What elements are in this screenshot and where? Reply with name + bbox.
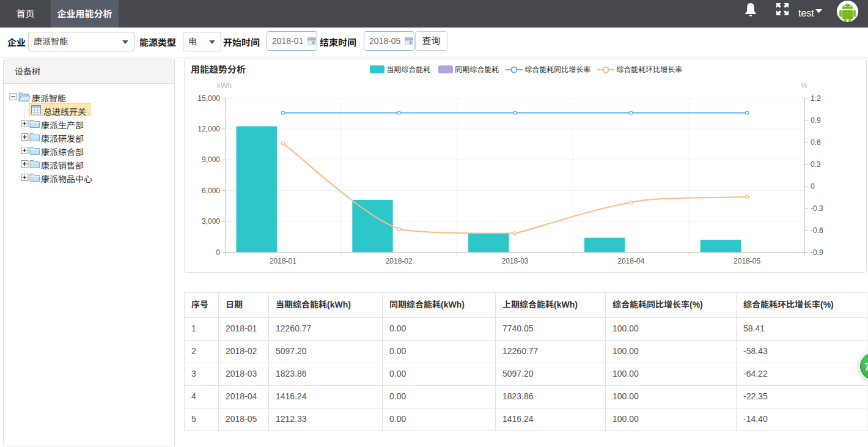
- svg-text:%: %: [801, 81, 807, 90]
- svg-text:2018-01: 2018-01: [270, 257, 296, 265]
- svg-text:2018-05: 2018-05: [734, 257, 760, 265]
- svg-text:0.6: 0.6: [811, 138, 821, 147]
- svg-text:12,000: 12,000: [197, 125, 220, 133]
- svg-text:2018-03: 2018-03: [501, 257, 528, 265]
- svg-text:-0.3: -0.3: [811, 204, 823, 213]
- svg-text:6,000: 6,000: [202, 187, 220, 195]
- svg-text:15,000: 15,000: [197, 94, 220, 103]
- svg-text:3,000: 3,000: [202, 217, 220, 226]
- svg-text:0.3: 0.3: [811, 160, 821, 169]
- svg-text:1.2: 1.2: [811, 94, 821, 103]
- svg-text:0: 0: [811, 182, 815, 191]
- svg-text:0.9: 0.9: [811, 116, 821, 125]
- svg-text:-0.9: -0.9: [811, 248, 823, 257]
- svg-text:2018-02: 2018-02: [386, 257, 413, 265]
- svg-text:2018-04: 2018-04: [617, 257, 644, 265]
- svg-text:0: 0: [216, 248, 220, 257]
- svg-text:-0.6: -0.6: [811, 226, 823, 235]
- svg-text:9,000: 9,000: [202, 155, 220, 164]
- svg-text:kWh: kWh: [217, 81, 232, 90]
